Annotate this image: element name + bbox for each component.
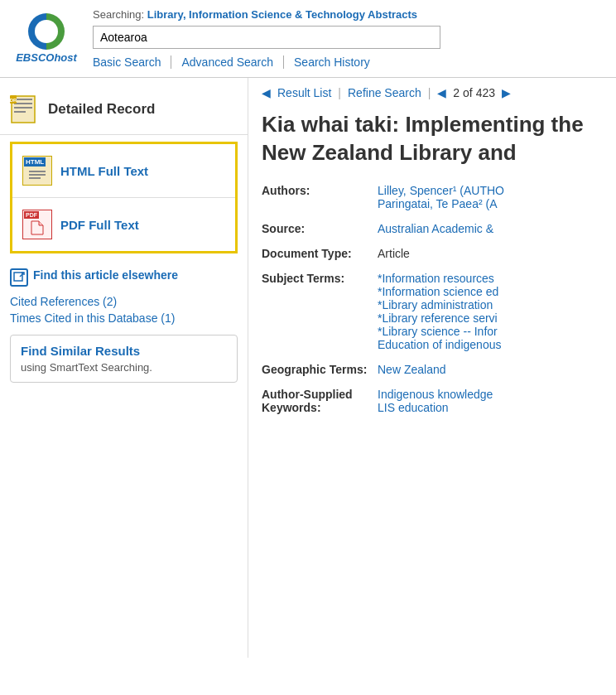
result-list-link[interactable]: Result List	[277, 86, 331, 99]
authors-label: Authors:	[262, 184, 378, 197]
source-label: Source:	[262, 222, 378, 235]
result-nav: ◀ Result List | Refine Search | ◀ 2 of 4…	[262, 86, 603, 99]
search-input[interactable]	[93, 26, 440, 49]
searching-line: Searching: Library, Information Science …	[93, 8, 603, 21]
svg-text:DR: DR	[10, 98, 17, 103]
article-title: Kia whai taki: Implementing the New Zeal…	[262, 111, 603, 167]
subject-4-link[interactable]: *Library reference servi	[378, 311, 603, 325]
refine-search-link[interactable]: Refine Search	[348, 86, 421, 99]
ebsco-logo-icon	[28, 13, 65, 50]
subject-6-link[interactable]: Education of indigenous	[378, 338, 603, 351]
find-elsewhere-link[interactable]: Find this article elsewhere	[33, 268, 178, 282]
subject-terms-value: *Information resources *Information scie…	[378, 272, 603, 351]
html-icon: HTML	[22, 156, 52, 186]
separator-2: |	[428, 86, 431, 99]
find-elsewhere-item[interactable]: Find this article elsewhere	[10, 268, 238, 287]
source-value: Australian Academic &	[378, 222, 603, 235]
searching-label: Searching:	[93, 8, 144, 21]
subject-2-link[interactable]: *Information science ed	[378, 285, 603, 298]
header: EBSCOhost Searching: Library, Informatio…	[0, 0, 616, 78]
authors-row: Authors: Lilley, Spencer¹ (AUTHO Paringa…	[262, 184, 603, 210]
fulltext-box: HTML HTML Full Text PDF	[10, 142, 238, 253]
keywords-label: Author-Supplied Keywords:	[262, 388, 378, 414]
cited-references-link[interactable]: Cited References (2)	[10, 295, 238, 308]
prev-result-arrow[interactable]: ◀	[437, 86, 446, 99]
advanced-search-link[interactable]: Advanced Search	[171, 56, 284, 69]
prev-arrow[interactable]: ◀	[262, 86, 271, 99]
svg-rect-7	[14, 273, 22, 281]
geo-terms-row: Geographic Terms: New Zealand	[262, 363, 603, 376]
svg-rect-2	[14, 103, 32, 104]
find-elsewhere-icon	[10, 268, 28, 287]
logo-area: EBSCOhost	[13, 13, 79, 64]
pdf-fulltext-link[interactable]: PDF Full Text	[60, 218, 139, 232]
metadata-section: Authors: Lilley, Spencer¹ (AUTHO Paringa…	[262, 184, 603, 414]
authors-value: Lilley, Spencer¹ (AUTHO Paringatai, Te P…	[378, 184, 603, 210]
host-label: host	[54, 51, 76, 64]
logo-text: EBSCOhost	[16, 51, 77, 64]
subject-3-link[interactable]: *Library administration	[378, 298, 603, 311]
current-result: 2	[453, 86, 460, 99]
detailed-record-icon: DR	[10, 94, 40, 124]
search-history-link[interactable]: Search History	[284, 56, 380, 69]
svg-rect-3	[14, 107, 32, 109]
doctype-text: Article	[378, 247, 410, 260]
geo-terms-label: Geographic Terms:	[262, 363, 378, 376]
geo-1-link[interactable]: New Zealand	[378, 363, 603, 376]
pdf-fulltext-item[interactable]: PDF PDF Full Text	[12, 201, 235, 248]
nav-links: Basic Search Advanced Search Search Hist…	[93, 56, 603, 69]
main-layout: DR Detailed Record HTML HTML Full Text	[0, 78, 616, 658]
subject-5-link[interactable]: *Library science -- Infor	[378, 325, 603, 338]
doctype-label: Document Type:	[262, 247, 378, 260]
sidebar-lower: Find this article elsewhere Cited Refere…	[0, 260, 248, 391]
doctype-value: Article	[378, 247, 603, 260]
of-label: of	[463, 86, 476, 99]
keywords-row: Author-Supplied Keywords: Indigenous kno…	[262, 388, 603, 414]
detailed-record-header: DR Detailed Record	[0, 88, 248, 135]
source-row: Source: Australian Academic &	[262, 222, 603, 235]
author-2-link[interactable]: Paringatai, Te Paea² (A	[378, 197, 603, 210]
next-result-arrow[interactable]: ▶	[502, 86, 511, 99]
pdf-icon: PDF	[22, 210, 52, 239]
sidebar: DR Detailed Record HTML HTML Full Text	[0, 78, 248, 658]
find-similar-box: Find Similar Results using SmartText Sea…	[10, 335, 238, 383]
keyword-2-link[interactable]: LIS education	[378, 401, 603, 414]
detailed-record-title: Detailed Record	[48, 101, 155, 118]
subject-1-link[interactable]: *Information resources	[378, 272, 603, 285]
result-counter: 2 of 423	[453, 86, 495, 99]
subject-terms-label: Subject Terms:	[262, 272, 378, 285]
basic-search-link[interactable]: Basic Search	[93, 56, 171, 69]
html-fulltext-link[interactable]: HTML Full Text	[60, 164, 148, 178]
find-similar-subtitle: using SmartText Searching.	[21, 361, 227, 374]
search-box-row	[93, 26, 603, 49]
keyword-1-link[interactable]: Indigenous knowledge	[378, 388, 603, 401]
html-fulltext-item[interactable]: HTML HTML Full Text	[12, 147, 235, 194]
subject-terms-row: Subject Terms: *Information resources *I…	[262, 272, 603, 351]
ebsco-label: EBSCO	[16, 51, 54, 64]
doctype-row: Document Type: Article	[262, 247, 603, 260]
header-right: Searching: Library, Information Science …	[93, 8, 603, 69]
content-area: ◀ Result List | Refine Search | ◀ 2 of 4…	[248, 78, 616, 658]
database-name-link[interactable]: Library, Information Science & Technolog…	[147, 8, 417, 21]
total-results: 423	[476, 86, 495, 99]
separator-1: |	[338, 86, 341, 99]
times-cited-link[interactable]: Times Cited in this Database (1)	[10, 311, 238, 325]
svg-rect-4	[14, 111, 26, 113]
source-link[interactable]: Australian Academic &	[378, 222, 603, 235]
geo-terms-value: New Zealand	[378, 363, 603, 376]
keywords-value: Indigenous knowledge LIS education	[378, 388, 603, 414]
find-similar-title[interactable]: Find Similar Results	[21, 344, 227, 358]
author-1-link[interactable]: Lilley, Spencer¹ (AUTHO	[378, 184, 603, 197]
